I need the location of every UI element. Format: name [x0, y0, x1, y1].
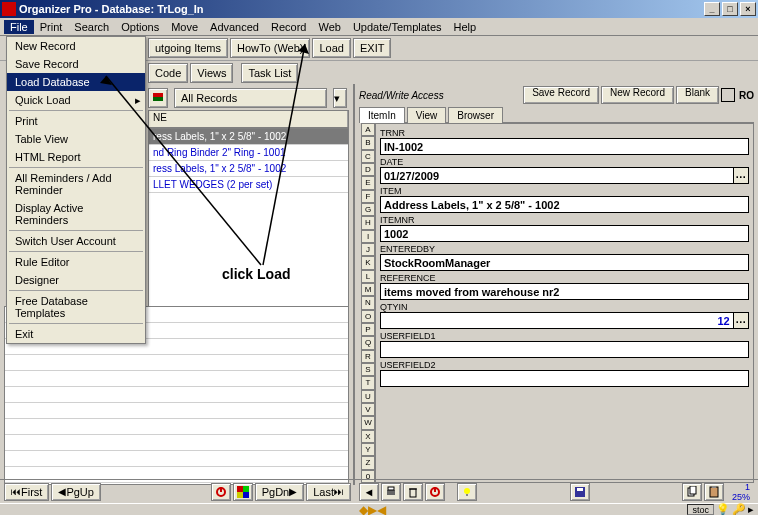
date-picker-button[interactable]: … [734, 167, 749, 184]
minimize-button[interactable]: _ [704, 2, 720, 16]
letter-E[interactable]: E [361, 176, 375, 189]
fm-html-report[interactable]: HTML Report [7, 148, 145, 166]
menu-help[interactable]: Help [448, 20, 483, 34]
tab-view[interactable]: View [407, 107, 447, 123]
outgoing-items-button[interactable]: utgoing Items [148, 38, 228, 58]
blank-button[interactable]: Blank [676, 86, 719, 104]
letter-T[interactable]: T [361, 376, 375, 389]
letter-X[interactable]: X [361, 430, 375, 443]
letter-N[interactable]: N [361, 296, 375, 309]
qtyin-input[interactable] [380, 312, 734, 329]
save-icon[interactable] [570, 483, 590, 501]
close-button[interactable]: × [740, 2, 756, 16]
tab-itemin[interactable]: ItemIn [359, 107, 405, 123]
reference-input[interactable] [380, 283, 749, 300]
howto-web-button[interactable]: HowTo (Web) [230, 38, 310, 58]
print-icon[interactable] [381, 483, 401, 501]
back-arrow-icon[interactable]: ◄ [359, 483, 379, 501]
letter-Z[interactable]: Z [361, 456, 375, 469]
letter-M[interactable]: M [361, 283, 375, 296]
save-record-button[interactable]: Save Record [523, 86, 599, 104]
fm-all-reminders[interactable]: All Reminders / Add Reminder [7, 169, 145, 199]
fm-designer[interactable]: Designer [7, 271, 145, 289]
fm-rule-editor[interactable]: Rule Editor [7, 253, 145, 271]
letter-L[interactable]: L [361, 270, 375, 283]
letter-B[interactable]: B [361, 136, 375, 149]
letter-S[interactable]: S [361, 363, 375, 376]
bulb-icon[interactable] [457, 483, 477, 501]
grid-row[interactable]: ress Labels, 1" x 2 5/8" - 1002 [149, 161, 348, 177]
letter-H[interactable]: H [361, 216, 375, 229]
paste-icon[interactable] [704, 483, 724, 501]
pgdn-button[interactable]: PgDn▶ [255, 483, 305, 501]
letter-Y[interactable]: Y [361, 443, 375, 456]
fm-print[interactable]: Print [7, 112, 145, 130]
menu-options[interactable]: Options [115, 20, 165, 34]
last-button[interactable]: Last⏭ [306, 483, 351, 501]
letter-D[interactable]: D [361, 163, 375, 176]
exit-button[interactable]: EXIT [353, 38, 391, 58]
fm-switch-user[interactable]: Switch User Account [7, 232, 145, 250]
letter-R[interactable]: R [361, 350, 375, 363]
maximize-button[interactable]: □ [722, 2, 738, 16]
letter-U[interactable]: U [361, 390, 375, 403]
load-button[interactable]: Load [312, 38, 350, 58]
letter-C[interactable]: C [361, 150, 375, 163]
ro-checkbox[interactable] [721, 88, 735, 102]
menu-search[interactable]: Search [68, 20, 115, 34]
letter-A[interactable]: A [361, 123, 375, 136]
letter-F[interactable]: F [361, 190, 375, 203]
item-input[interactable] [380, 196, 749, 213]
power-icon[interactable] [211, 483, 231, 501]
first-button[interactable]: ⏮First [4, 483, 49, 501]
dropdown-arrow-icon[interactable]: ▾ [333, 88, 347, 108]
letter-O[interactable]: O [361, 310, 375, 323]
grid-row[interactable]: ress Labels, 1" x 2 5/8" - 1002 [149, 129, 348, 145]
menu-advanced[interactable]: Advanced [204, 20, 265, 34]
menu-move[interactable]: Move [165, 20, 204, 34]
userfield1-input[interactable] [380, 341, 749, 358]
fm-exit[interactable]: Exit [7, 325, 145, 343]
fm-load-database[interactable]: Load Database [7, 73, 145, 91]
power2-icon[interactable] [425, 483, 445, 501]
letter-Q[interactable]: Q [361, 336, 375, 349]
all-records-button[interactable]: All Records [174, 88, 327, 108]
trnr-input[interactable] [380, 138, 749, 155]
code-button[interactable]: Code [148, 63, 188, 83]
letter-G[interactable]: G [361, 203, 375, 216]
letter-J[interactable]: J [361, 243, 375, 256]
letter-I[interactable]: I [361, 230, 375, 243]
letter-K[interactable]: K [361, 256, 375, 269]
trash-icon[interactable] [403, 483, 423, 501]
grid-row[interactable]: LLET WEDGES (2 per set) [149, 177, 348, 193]
menu-update[interactable]: Update/Templates [347, 20, 448, 34]
enteredby-input[interactable] [380, 254, 749, 271]
form-scroll[interactable]: TRNR DATE … ITEM ITEMNR ENTEREDBY REFERE… [375, 123, 754, 483]
tasklist-button[interactable]: Task List [241, 63, 298, 83]
userfield2-input[interactable] [380, 370, 749, 387]
letter-W[interactable]: W [361, 416, 375, 429]
fm-free-templates[interactable]: Free Database Templates [7, 292, 145, 322]
flag-icon[interactable] [148, 88, 168, 108]
fm-display-reminders[interactable]: Display Active Reminders [7, 199, 145, 229]
fm-save-record[interactable]: Save Record [7, 55, 145, 73]
fm-table-view[interactable]: Table View [7, 130, 145, 148]
date-input[interactable] [380, 167, 734, 184]
grid-row[interactable]: nd Ring Binder 2" Ring - 1001 [149, 145, 348, 161]
letter-P[interactable]: P [361, 323, 375, 336]
menu-file[interactable]: File [4, 20, 34, 34]
fm-quick-load[interactable]: Quick Load [7, 91, 145, 109]
copy-icon[interactable] [682, 483, 702, 501]
menu-record[interactable]: Record [265, 20, 312, 34]
menu-print[interactable]: Print [34, 20, 69, 34]
fm-new-record[interactable]: New Record [7, 37, 145, 55]
itemnr-input[interactable] [380, 225, 749, 242]
menu-web[interactable]: Web [312, 20, 346, 34]
letter-V[interactable]: V [361, 403, 375, 416]
grid-col-1[interactable]: NE [149, 111, 348, 127]
pgup-button[interactable]: ◀PgUp [51, 483, 101, 501]
views-button[interactable]: Views [190, 63, 233, 83]
color-grid-icon[interactable] [233, 483, 253, 501]
new-record-button[interactable]: New Record [601, 86, 674, 104]
tab-browser[interactable]: Browser [448, 107, 503, 123]
